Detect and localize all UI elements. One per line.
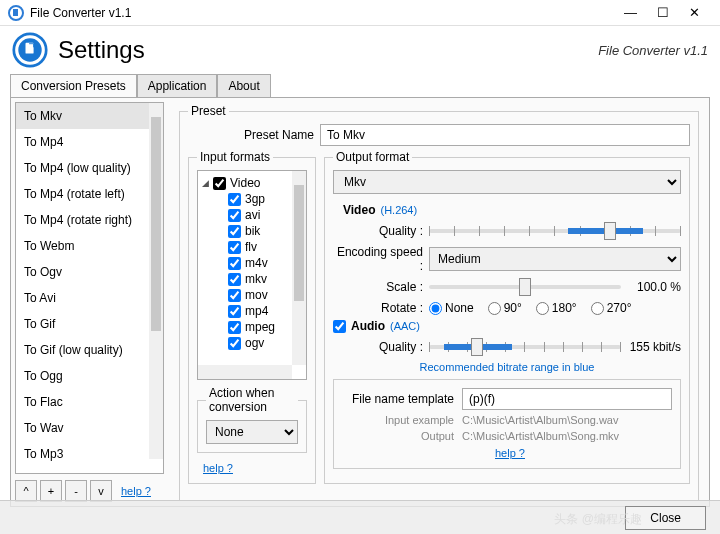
svg-rect-4 [26, 43, 34, 54]
video-quality-label: Quality : [333, 224, 429, 238]
window-title: File Converter v1.1 [30, 6, 624, 20]
output-format-select[interactable]: Mkv [333, 170, 681, 194]
preset-fieldset: Preset Preset Name Input formats ◢Video … [179, 104, 699, 501]
preset-item[interactable]: To Mp4 (rotate left) [16, 181, 163, 207]
scrollbar[interactable] [292, 171, 306, 365]
format-tree[interactable]: ◢Video 3gp avi bik flv m4v mkv mov mp4 m… [197, 170, 307, 380]
input-formats-fieldset: Input formats ◢Video 3gp avi bik flv m4v… [188, 150, 316, 484]
bottom-bar: 头条 @编程乐趣 Close [0, 500, 720, 534]
titlebar: File Converter v1.1 — ☐ ✕ [0, 0, 720, 26]
audio-quality-slider[interactable] [429, 337, 621, 357]
tab-about[interactable]: About [217, 74, 270, 97]
help-link[interactable]: help ? [203, 462, 233, 474]
rotate-270-radio[interactable]: 270° [591, 301, 632, 315]
rotate-none-radio[interactable]: None [429, 301, 474, 315]
rotate-90-radio[interactable]: 90° [488, 301, 522, 315]
output-format-fieldset: Output format Mkv Video (H.264) Quality … [324, 150, 690, 484]
tab-conversion-presets[interactable]: Conversion Presets [10, 74, 137, 97]
preset-item[interactable]: To Ogg [16, 363, 163, 389]
rotate-180-radio[interactable]: 180° [536, 301, 577, 315]
scale-value: 100.0 % [629, 280, 681, 294]
scale-label: Scale : [333, 280, 429, 294]
action-select[interactable]: None [206, 420, 298, 444]
audio-section-label: Audio [351, 319, 385, 333]
preset-list[interactable]: To Mkv To Mp4 To Mp4 (low quality) To Mp… [15, 102, 164, 474]
preset-item[interactable]: To Mp4 (low quality) [16, 155, 163, 181]
header: Settings File Converter v1.1 [0, 26, 720, 74]
preset-item[interactable]: To Avi [16, 285, 163, 311]
tree-root[interactable]: ◢Video [200, 175, 304, 191]
delete-preset-button[interactable]: - [65, 480, 87, 502]
scale-slider[interactable] [429, 277, 621, 297]
move-up-button[interactable]: ^ [15, 480, 37, 502]
encoding-speed-label: Encoding speed : [333, 245, 429, 273]
app-logo-icon [12, 32, 48, 68]
page-title: Settings [58, 36, 598, 64]
tabs: Conversion Presets Application About [10, 74, 710, 97]
collapse-icon[interactable]: ◢ [202, 178, 209, 188]
minimize-button[interactable]: — [624, 5, 637, 20]
input-example-label: Input example [342, 414, 462, 426]
video-codec: (H.264) [380, 204, 417, 216]
tab-application[interactable]: Application [137, 74, 218, 97]
scrollbar[interactable] [149, 103, 163, 459]
preset-legend: Preset [188, 104, 229, 118]
maximize-button[interactable]: ☐ [657, 5, 669, 20]
encoding-speed-select[interactable]: Medium [429, 247, 681, 271]
preset-item[interactable]: To Gif (low quality) [16, 337, 163, 363]
output-example-label: Output [342, 430, 462, 442]
video-quality-slider[interactable] [429, 221, 681, 241]
tree-item[interactable]: mpeg [200, 319, 304, 335]
filename-template-box: File name template Input example C:\Musi… [333, 379, 681, 469]
preset-item[interactable]: To Gif [16, 311, 163, 337]
preset-item[interactable]: To Mp4 [16, 129, 163, 155]
output-example-value: C:\Music\Artist\Album\Song.mkv [462, 430, 619, 442]
preset-item[interactable]: To Mkv [16, 103, 163, 129]
input-formats-legend: Input formats [197, 150, 273, 164]
rotate-label: Rotate : [333, 301, 429, 315]
audio-quality-value: 155 kbit/s [629, 340, 681, 354]
main-panel: To Mkv To Mp4 To Mp4 (low quality) To Mp… [10, 97, 710, 507]
app-subtitle: File Converter v1.1 [598, 43, 708, 58]
tree-item[interactable]: avi [200, 207, 304, 223]
content: Preset Preset Name Input formats ◢Video … [169, 98, 709, 506]
action-legend: Action when conversion [206, 386, 298, 414]
help-link[interactable]: help ? [121, 485, 151, 497]
sidebar: To Mkv To Mp4 To Mp4 (low quality) To Mp… [11, 98, 169, 506]
tree-item[interactable]: bik [200, 223, 304, 239]
audio-quality-label: Quality : [333, 340, 429, 354]
close-button[interactable]: Close [625, 506, 706, 530]
tree-item[interactable]: mov [200, 287, 304, 303]
preset-name-label: Preset Name [188, 128, 320, 142]
preset-item[interactable]: To Ogv [16, 259, 163, 285]
action-fieldset: Action when conversion None [197, 386, 307, 453]
tree-item[interactable]: flv [200, 239, 304, 255]
tree-item[interactable]: mp4 [200, 303, 304, 319]
preset-item[interactable]: To Mp4 (rotate right) [16, 207, 163, 233]
preset-item[interactable]: To Webm [16, 233, 163, 259]
move-down-button[interactable]: v [90, 480, 112, 502]
tree-item[interactable]: m4v [200, 255, 304, 271]
video-section-label: Video [343, 203, 375, 217]
recommended-text: Recommended bitrate range in blue [333, 361, 681, 373]
rotate-radios: None 90° 180° 270° [429, 301, 632, 315]
tree-item[interactable]: 3gp [200, 191, 304, 207]
preset-item[interactable]: To Flac [16, 389, 163, 415]
app-icon [8, 5, 24, 21]
preset-item[interactable]: To Wav [16, 415, 163, 441]
close-button[interactable]: ✕ [689, 5, 700, 20]
audio-checkbox[interactable] [333, 320, 346, 333]
tree-item[interactable]: mkv [200, 271, 304, 287]
preset-name-input[interactable] [320, 124, 690, 146]
sidebar-buttons: ^ + - v help ? [15, 480, 164, 502]
preset-item[interactable]: To Mp3 [16, 441, 163, 467]
filename-template-input[interactable] [462, 388, 672, 410]
add-preset-button[interactable]: + [40, 480, 62, 502]
help-link[interactable]: help ? [495, 447, 525, 459]
tree-root-checkbox[interactable] [213, 177, 226, 190]
filename-template-label: File name template [342, 392, 462, 406]
output-format-legend: Output format [333, 150, 412, 164]
scrollbar-h[interactable] [198, 365, 292, 379]
tree-item[interactable]: ogv [200, 335, 304, 351]
audio-codec: (AAC) [390, 320, 420, 332]
